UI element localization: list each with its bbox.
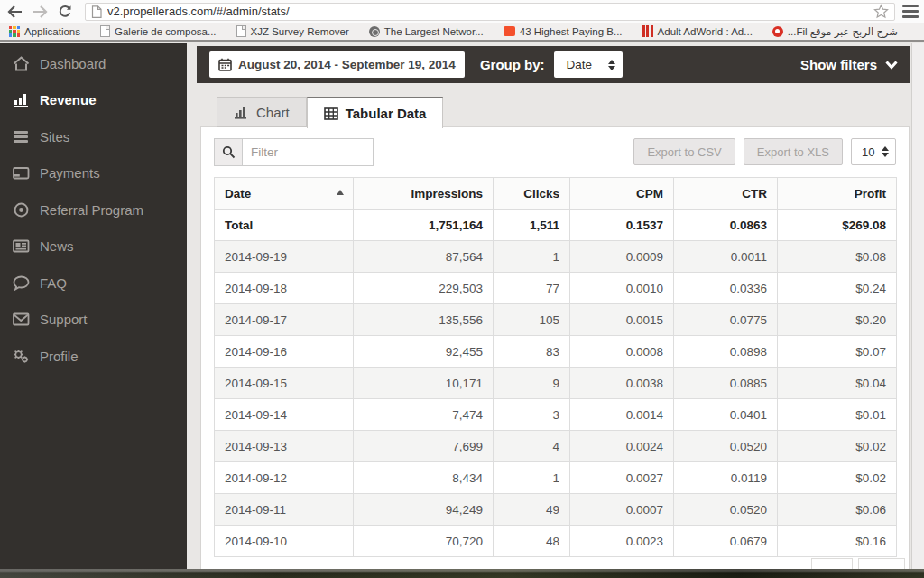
sidebar-item-revenue[interactable]: Revenue xyxy=(0,82,187,119)
sidebar-nav: Dashboard Revenue Sites Payments Referra… xyxy=(0,43,187,569)
cell-ctr: 0.0520 xyxy=(674,494,778,526)
cell-date: 2014-09-18 xyxy=(215,273,354,304)
show-filters-button[interactable]: Show filters xyxy=(800,57,898,72)
search-icon xyxy=(222,145,236,159)
cell-clicks: 4 xyxy=(494,431,570,462)
table-row: 2014-09-15 10,171 9 0.0038 0.0885 $0.04 xyxy=(215,368,897,399)
cell-cpm: 0.0015 xyxy=(570,304,674,336)
cell-profit: $0.20 xyxy=(778,304,897,336)
bookmark-label: Applications xyxy=(24,26,80,37)
sidebar-item-payments[interactable]: Payments xyxy=(0,155,187,192)
menu-icon[interactable] xyxy=(902,5,919,18)
cell-date: 2014-09-16 xyxy=(215,336,354,368)
filter-group xyxy=(214,138,374,166)
bookmark-xjz-survey-remover[interactable]: XJZ Survey Remover xyxy=(236,25,349,37)
cell-ctr: 0.0885 xyxy=(674,368,778,399)
view-tabs: Chart Tabular Data xyxy=(217,97,443,127)
sort-ascending-icon xyxy=(337,190,344,195)
sidebar-item-support[interactable]: Support xyxy=(0,302,187,339)
table-total-row: Total 1,751,164 1,511 0.1537 0.0863 $269… xyxy=(215,210,897,241)
sidebar-item-news[interactable]: News xyxy=(0,228,187,266)
column-header-date[interactable]: Date xyxy=(215,178,354,210)
bookmark-largest-network[interactable]: The Largest Networ... xyxy=(369,26,484,37)
table-icon xyxy=(324,107,338,120)
group-by-select[interactable]: Date xyxy=(554,51,623,78)
back-icon[interactable] xyxy=(4,2,25,22)
search-addon xyxy=(214,138,242,166)
total-clicks: 1,511 xyxy=(494,210,570,241)
table-header-row: Date Impressions Clicks CPM CTR Profit xyxy=(215,178,897,210)
bookmark-applications[interactable]: Applications xyxy=(9,26,80,37)
export-xls-button[interactable]: Export to XLS xyxy=(744,138,843,165)
column-header-ctr[interactable]: CTR xyxy=(674,178,778,210)
bookmark-adult-adworld[interactable]: Adult AdWorld : Ad... xyxy=(642,25,753,37)
credit-card-icon xyxy=(13,166,30,180)
cell-cpm: 0.0008 xyxy=(570,336,674,368)
sidebar-item-profile[interactable]: Profile xyxy=(0,338,187,375)
red-stripes-icon xyxy=(642,25,653,37)
column-header-impressions[interactable]: Impressions xyxy=(354,178,494,210)
column-header-profit[interactable]: Profit xyxy=(778,178,897,210)
table-row: 2014-09-18 229,503 77 0.0010 0.0336 $0.2… xyxy=(215,273,897,304)
sidebar-item-sites[interactable]: Sites xyxy=(0,118,187,155)
bookmark-highest-paying[interactable]: 43 Highest Paying B... xyxy=(504,26,623,37)
newspaper-icon xyxy=(13,239,30,253)
sidebar-item-dashboard[interactable]: Dashboard xyxy=(0,45,187,82)
tab-chart[interactable]: Chart xyxy=(217,97,307,127)
sidebar-item-faq[interactable]: FAQ xyxy=(0,265,187,302)
sidebar-item-label: Referral Program xyxy=(40,202,143,218)
export-csv-button[interactable]: Export to CSV xyxy=(633,138,735,165)
forward-icon[interactable] xyxy=(29,2,51,22)
sidebar-item-label: News xyxy=(40,238,74,254)
cell-profit: $0.04 xyxy=(778,368,897,399)
cell-impressions: 87,564 xyxy=(354,241,494,273)
cell-ctr: 0.0520 xyxy=(674,431,778,462)
bookmark-arabic-site[interactable]: شرح الربح عبر موقع Fil... xyxy=(772,25,898,38)
cell-clicks: 83 xyxy=(494,336,570,368)
sidebar-item-label: Sites xyxy=(40,129,69,144)
cell-date: 2014-09-14 xyxy=(215,399,354,431)
cell-profit: $0.24 xyxy=(778,273,897,304)
date-range-picker[interactable]: August 20, 2014 - September 19, 2014 xyxy=(209,51,465,78)
table-row: 2014-09-11 94,249 49 0.0007 0.0520 $0.06 xyxy=(215,494,897,526)
filter-input[interactable] xyxy=(242,138,374,166)
page-icon xyxy=(236,25,246,37)
chart-icon xyxy=(234,106,249,119)
table-row: 2014-09-12 8,434 1 0.0027 0.0119 $0.02 xyxy=(215,462,897,494)
cell-profit: $0.16 xyxy=(778,526,897,557)
bookmark-label: شرح الربح عبر موقع Fil... xyxy=(788,25,898,38)
sidebar-item-label: Support xyxy=(40,312,88,327)
page-size-select[interactable]: 10 xyxy=(851,138,896,165)
tab-tabular-data[interactable]: Tabular Data xyxy=(307,97,444,128)
cell-impressions: 92,455 xyxy=(354,336,494,368)
apps-grid-icon xyxy=(9,26,20,37)
cell-cpm: 0.0007 xyxy=(570,494,674,526)
sidebar-item-referral-program[interactable]: Referral Program xyxy=(0,191,187,228)
cell-clicks: 1 xyxy=(494,241,570,273)
cell-impressions: 8,434 xyxy=(354,462,494,494)
cell-cpm: 0.0023 xyxy=(570,526,674,557)
cell-date: 2014-09-13 xyxy=(215,431,354,462)
cell-impressions: 135,556 xyxy=(354,304,494,336)
globe-icon xyxy=(369,26,380,37)
cell-profit: $0.02 xyxy=(778,431,897,462)
bookmark-galerie[interactable]: Galerie de composa... xyxy=(100,25,217,37)
column-header-clicks[interactable]: Clicks xyxy=(494,178,570,210)
cell-ctr: 0.0775 xyxy=(674,304,778,336)
vertical-scrollbar[interactable] xyxy=(911,43,924,569)
column-header-cpm[interactable]: CPM xyxy=(570,178,674,210)
stats-table: Date Impressions Clicks CPM CTR Profit T… xyxy=(214,177,897,557)
browser-toolbar: v2.propellerads.com/#/admin/stats/ xyxy=(0,0,924,23)
page-icon xyxy=(91,5,102,18)
cell-clicks: 105 xyxy=(494,304,570,336)
envelope-icon xyxy=(13,312,30,326)
bookmark-star-icon[interactable] xyxy=(873,4,889,19)
cell-profit: $0.02 xyxy=(778,462,897,494)
total-cpm: 0.1537 xyxy=(570,210,674,241)
reload-icon[interactable] xyxy=(54,2,76,22)
gears-icon xyxy=(13,349,30,364)
total-profit: $269.08 xyxy=(778,210,897,241)
desktop-background-strip xyxy=(0,569,924,578)
table-row: 2014-09-10 70,720 48 0.0023 0.0679 $0.16 xyxy=(215,526,897,557)
address-bar[interactable]: v2.propellerads.com/#/admin/stats/ xyxy=(85,3,895,21)
